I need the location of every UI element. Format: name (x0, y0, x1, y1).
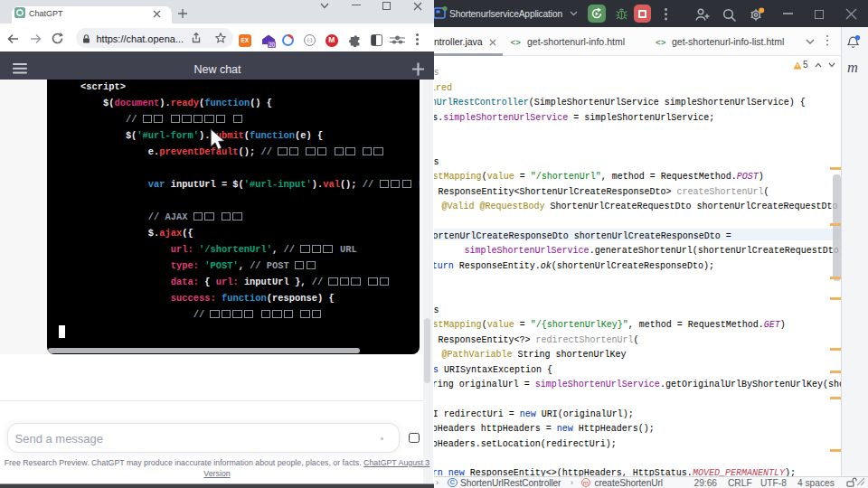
svg-text:20: 20 (269, 42, 276, 48)
